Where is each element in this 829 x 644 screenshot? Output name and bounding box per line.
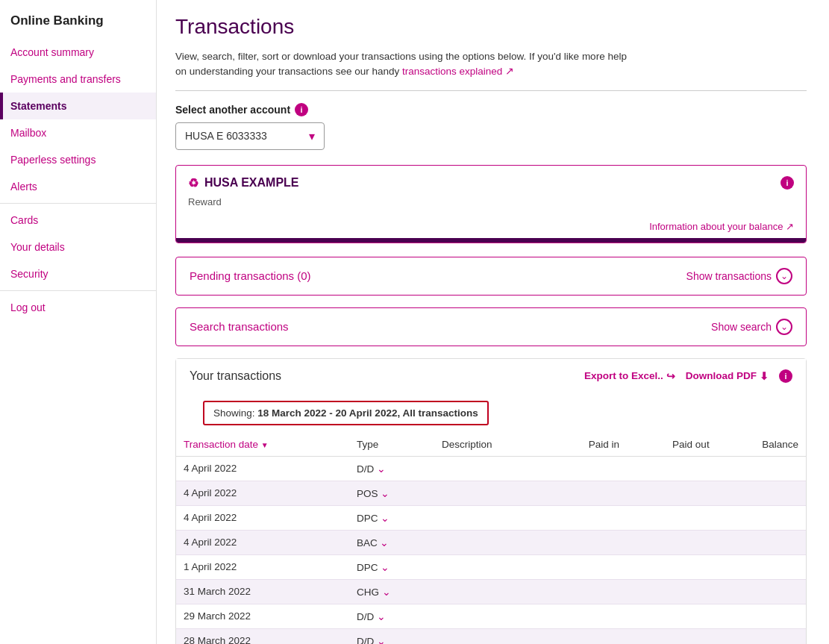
account-card-sub: Reward — [176, 195, 806, 215]
table-row: 4 April 2022 D/D ⌄ — [176, 456, 806, 481]
cell-paid-out — [627, 628, 717, 644]
cell-date: 4 April 2022 — [176, 530, 349, 554]
sort-arrow-icon: ▼ — [261, 441, 269, 449]
expand-icon[interactable]: ⌄ — [377, 463, 386, 475]
account-card-bar — [176, 238, 806, 243]
cell-date: 1 April 2022 — [176, 554, 349, 579]
table-row: 1 April 2022 DPC ⌄ — [176, 554, 806, 579]
col-description: Description — [434, 433, 548, 457]
col-paid-in: Paid in — [548, 433, 627, 457]
cell-balance — [717, 481, 806, 505]
account-selector-label: Select another account i — [175, 103, 807, 116]
cell-paid-in — [548, 505, 627, 530]
account-card-title: ♻ HUSA EXAMPLE — [188, 176, 299, 190]
expand-icon[interactable]: ⌄ — [377, 610, 386, 622]
showing-range: 18 March 2022 - 20 April 2022, All trans… — [257, 407, 478, 419]
cell-description — [434, 554, 548, 579]
sidebar-item-security[interactable]: Security — [0, 260, 156, 287]
cell-paid-out — [627, 505, 717, 530]
expand-icon[interactable]: ⌄ — [382, 586, 391, 598]
cell-date: 4 April 2022 — [176, 505, 349, 530]
download-icon: ⬇ — [760, 370, 769, 382]
cell-paid-out — [627, 481, 717, 505]
cell-type: DPC ⌄ — [349, 554, 434, 579]
col-date[interactable]: Transaction date ▼ — [176, 433, 349, 457]
intro-paragraph: View, search, filter, sort or download y… — [175, 49, 807, 80]
cell-paid-in — [548, 530, 627, 554]
account-card-info-icon[interactable]: i — [780, 176, 794, 190]
cell-type: POS ⌄ — [349, 481, 434, 505]
account-selector-info-icon[interactable]: i — [295, 103, 308, 116]
cell-paid-out — [627, 604, 717, 628]
cell-description — [434, 456, 548, 481]
cell-paid-in — [548, 628, 627, 644]
cell-paid-in — [548, 554, 627, 579]
cell-balance — [717, 604, 806, 628]
sidebar-item-alerts[interactable]: Alerts — [0, 173, 156, 200]
transactions-header: Your transactions Export to Excel.. ↪ Do… — [176, 359, 806, 393]
chevron-down-icon: ▾ — [309, 129, 315, 143]
cell-balance — [717, 579, 806, 604]
cell-paid-out — [627, 554, 717, 579]
transactions-section-title: Your transactions — [190, 369, 281, 383]
cell-date: 28 March 2022 — [176, 628, 349, 644]
table-row: 4 April 2022 POS ⌄ — [176, 481, 806, 505]
sidebar-item-paperless-settings[interactable]: Paperless settings — [0, 146, 156, 173]
cell-paid-in — [548, 456, 627, 481]
account-dropdown[interactable]: HUSA E 6033333 ▾ — [175, 122, 325, 150]
showing-wrapper: Showing: 18 March 2022 - 20 April 2022, … — [176, 393, 806, 433]
download-pdf-btn[interactable]: Download PDF ⬇ — [686, 370, 769, 382]
search-transactions-panel: Search transactions Show search ⌄ — [175, 307, 807, 346]
account-card-balance-link: Information about your balance ↗ — [176, 215, 806, 238]
sidebar-item-mailbox[interactable]: Mailbox — [0, 119, 156, 146]
sidebar-item-payments-transfers[interactable]: Payments and transfers — [0, 66, 156, 93]
showing-bar: Showing: 18 March 2022 - 20 April 2022, … — [203, 401, 489, 425]
pending-show-transactions-btn[interactable]: Show transactions ⌄ — [686, 268, 792, 284]
cell-date: 31 March 2022 — [176, 579, 349, 604]
transactions-info-icon[interactable]: i — [779, 369, 792, 383]
intro-divider — [175, 90, 807, 91]
pending-panel-title: Pending transactions (0) — [190, 269, 311, 282]
cell-paid-in — [548, 604, 627, 628]
cell-paid-out — [627, 530, 717, 554]
cell-paid-in — [548, 579, 627, 604]
search-chevron-icon: ⌄ — [776, 319, 792, 335]
cell-balance — [717, 530, 806, 554]
account-dropdown-value: HUSA E 6033333 — [185, 130, 267, 142]
sidebar-item-statements[interactable]: Statements — [0, 93, 156, 119]
expand-icon[interactable]: ⌄ — [380, 537, 389, 548]
transactions-explained-link[interactable]: transactions explained ↗ — [402, 66, 514, 77]
export-excel-btn[interactable]: Export to Excel.. ↪ — [584, 370, 675, 382]
search-show-btn[interactable]: Show search ⌄ — [711, 319, 792, 335]
cell-balance — [717, 554, 806, 579]
sidebar-item-cards[interactable]: Cards — [0, 207, 156, 234]
cell-description — [434, 505, 548, 530]
cell-date: 4 April 2022 — [176, 481, 349, 505]
expand-icon[interactable]: ⌄ — [377, 635, 386, 645]
table-wrapper: Transaction date ▼ Type Description Paid… — [176, 433, 806, 645]
table-row: 29 March 2022 D/D ⌄ — [176, 604, 806, 628]
search-panel-title: Search transactions — [190, 320, 289, 333]
sidebar: Online Banking Account summary Payments … — [0, 0, 157, 644]
cell-date: 4 April 2022 — [176, 456, 349, 481]
cell-type: D/D ⌄ — [349, 456, 434, 481]
expand-icon[interactable]: ⌄ — [381, 512, 390, 524]
table-row: 28 March 2022 D/D ⌄ — [176, 628, 806, 644]
cell-type: DPC ⌄ — [349, 505, 434, 530]
cell-description — [434, 579, 548, 604]
export-icon: ↪ — [666, 370, 675, 382]
expand-icon[interactable]: ⌄ — [381, 487, 390, 499]
cell-type: BAC ⌄ — [349, 530, 434, 554]
expand-icon[interactable]: ⌄ — [381, 561, 390, 573]
balance-info-link[interactable]: Information about your balance ↗ — [649, 221, 794, 232]
sidebar-item-account-summary[interactable]: Account summary — [0, 39, 156, 66]
cell-paid-out — [627, 456, 717, 481]
cell-date: 29 March 2022 — [176, 604, 349, 628]
cell-balance — [717, 456, 806, 481]
cell-description — [434, 604, 548, 628]
cell-type: D/D ⌄ — [349, 604, 434, 628]
sidebar-item-your-details[interactable]: Your details — [0, 234, 156, 260]
recycle-icon: ♻ — [188, 176, 198, 190]
page-title: Transactions — [175, 15, 807, 39]
sidebar-item-log-out[interactable]: Log out — [0, 294, 156, 321]
